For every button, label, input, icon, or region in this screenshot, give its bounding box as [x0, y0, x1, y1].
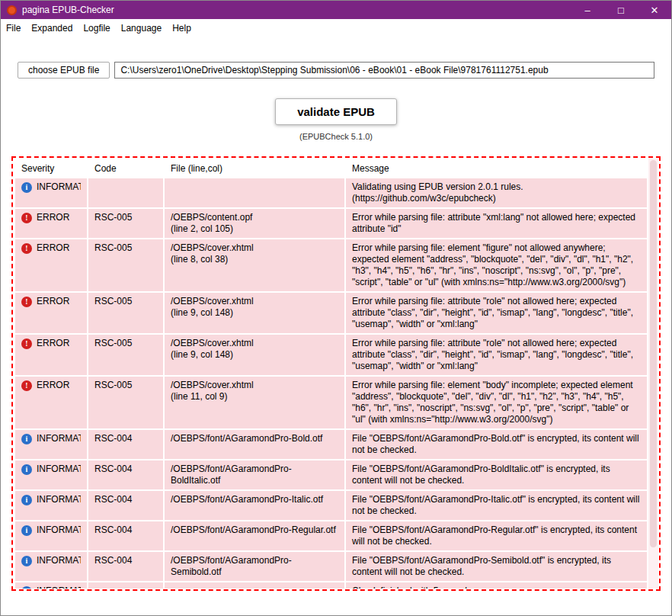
severity-label: ERROR [37, 212, 69, 223]
table-row[interactable]: !ERRORRSC-005/OEBPS/cover.xhtml (line 11… [14, 376, 648, 429]
window-title: pagina EPUB-Checker [22, 5, 114, 15]
message-cell: File "OEBPS/font/AGaramondPro-Semibold.o… [345, 551, 648, 582]
table-row[interactable]: iINFORMAT...RSC-004/OEBPS/font/AGaramond… [14, 429, 648, 460]
file-cell: /OEBPS/cover.xhtml (line 8, col 38) [164, 239, 345, 292]
column-header: Severity [14, 159, 88, 178]
table-row[interactable]: !ERRORRSC-005/OEBPS/cover.xhtml (line 8,… [14, 239, 648, 292]
epub-path-input[interactable] [114, 62, 654, 79]
info-icon: i [21, 586, 32, 589]
file-cell: /OEBPS/font/AGaramondPro-BoldItalic.otf [164, 460, 345, 490]
message-cell: Error while parsing file: attribute "rol… [345, 292, 648, 334]
results-panel: SeverityCodeFile (line,col)Message iINFO… [11, 156, 661, 591]
scrollbar-thumb[interactable] [650, 160, 657, 547]
titlebar: pagina EPUB-Checker – □ ✕ [1, 1, 671, 19]
severity-cell: iINFORMAT... [14, 429, 88, 460]
file-cell: /OEBPS/cover.xhtml (line 9, col 148) [164, 292, 345, 334]
message-cell: File "OEBPS/font/AGaramondPro-Regular.ot… [345, 521, 648, 551]
table-row[interactable]: !ERRORRSC-005/OEBPS/content.opf (line 2,… [14, 208, 648, 239]
info-icon: i [21, 182, 32, 193]
severity-cell: iINFORMAT... [14, 490, 88, 521]
code-cell: RSC-005 [88, 239, 164, 292]
severity-label: INFORMAT... [37, 586, 81, 589]
file-cell: /OEBPS/font/AGaramondPro-Bold.otf [164, 429, 345, 460]
window-controls: – □ ✕ [571, 1, 671, 19]
message-cell: Error while parsing file: attribute "xml… [345, 208, 648, 239]
table-row[interactable]: iINFORMAT...RSC-004/OEBPS/font/AGaramond… [14, 460, 648, 490]
severity-cell: iINFORMAT... [14, 521, 88, 551]
file-cell [164, 582, 345, 589]
severity-label: INFORMAT... [37, 555, 81, 566]
menubar: FileExpandedLogfileLanguageHelp [1, 19, 671, 37]
info-icon: i [21, 495, 32, 505]
menu-item-language[interactable]: Language [116, 20, 167, 37]
code-cell: RSC-005 [88, 208, 164, 239]
severity-cell: !ERROR [14, 239, 88, 292]
results-table: SeverityCodeFile (line,col)Message iINFO… [14, 159, 648, 589]
code-cell: RSC-004 [88, 521, 164, 551]
code-cell [88, 178, 164, 208]
error-icon: ! [21, 243, 32, 254]
validate-epub-button[interactable]: validate EPUB [275, 98, 397, 125]
severity-label: INFORMAT... [37, 181, 81, 193]
error-icon: ! [21, 380, 32, 391]
menu-item-logfile[interactable]: Logfile [78, 20, 115, 37]
severity-label: ERROR [37, 338, 69, 349]
table-row[interactable]: iINFORMAT...RSC-004/OEBPS/font/AGaramond… [14, 490, 648, 521]
file-chooser-row: choose EPUB file [18, 62, 654, 79]
file-cell: /OEBPS/cover.xhtml (line 11, col 9) [164, 376, 345, 429]
close-icon[interactable]: ✕ [638, 1, 671, 19]
menu-item-expanded[interactable]: Expanded [26, 20, 78, 37]
table-row[interactable]: iINFORMAT...RSC-004/OEBPS/font/AGaramond… [14, 551, 648, 582]
column-header: File (line,col) [164, 159, 345, 178]
error-icon: ! [21, 338, 32, 349]
error-icon: ! [21, 297, 32, 307]
app-window: pagina EPUB-Checker – □ ✕ FileExpandedLo… [0, 0, 672, 616]
message-cell: File "OEBPS/font/AGaramondPro-Bold.otf" … [345, 429, 648, 460]
severity-cell: !ERROR [14, 334, 88, 376]
epubcheck-version-label: (EPUBCheck 5.1.0) [1, 132, 671, 141]
code-cell: RSC-005 [88, 376, 164, 429]
column-header: Message [345, 159, 648, 178]
choose-epub-file-button[interactable]: choose EPUB file [18, 62, 110, 79]
severity-label: INFORMAT... [37, 525, 81, 536]
code-cell: RSC-004 [88, 429, 164, 460]
app-icon [7, 5, 17, 15]
info-icon: i [21, 434, 32, 444]
results-table-wrap: SeverityCodeFile (line,col)Message iINFO… [14, 159, 648, 589]
file-cell [164, 178, 345, 208]
severity-label: INFORMAT... [37, 494, 81, 505]
table-row[interactable]: iINFORMAT...RSC-004/OEBPS/font/AGaramond… [14, 521, 648, 551]
code-cell: RSC-004 [88, 551, 164, 582]
severity-cell: iINFORMAT... [14, 582, 88, 589]
file-cell: /OEBPS/font/AGaramondPro-Semibold.otf [164, 551, 345, 582]
code-cell: RSC-004 [88, 490, 164, 521]
table-row[interactable]: iINFORMAT...Validating using EPUB versio… [14, 178, 648, 208]
menu-item-help[interactable]: Help [167, 20, 197, 37]
menu-item-file[interactable]: File [1, 20, 26, 37]
file-cell: /OEBPS/cover.xhtml (line 9, col 148) [164, 334, 345, 376]
message-cell: Error while parsing file: element "body"… [345, 376, 648, 429]
table-row[interactable]: !ERRORRSC-005/OEBPS/cover.xhtml (line 9,… [14, 292, 648, 334]
message-cell: Error while parsing file: attribute "rol… [345, 334, 648, 376]
minimize-icon[interactable]: – [571, 1, 604, 19]
info-icon: i [21, 464, 32, 475]
severity-cell: !ERROR [14, 208, 88, 239]
code-cell: RSC-005 [88, 292, 164, 334]
table-row[interactable]: !ERRORRSC-005/OEBPS/cover.xhtml (line 9,… [14, 334, 648, 376]
error-icon: ! [21, 213, 32, 223]
table-row[interactable]: iINFORMAT...Check finished with 5 errors… [14, 582, 648, 589]
results-header-row: SeverityCodeFile (line,col)Message [14, 159, 648, 178]
message-cell: Validating using EPUB version 2.0.1 rule… [345, 178, 648, 208]
code-cell [88, 582, 164, 589]
message-cell: File "OEBPS/font/AGaramondPro-Italic.otf… [345, 490, 648, 521]
message-cell: Error while parsing file: element "figur… [345, 239, 648, 292]
severity-label: ERROR [37, 242, 69, 254]
severity-cell: iINFORMAT... [14, 178, 88, 208]
file-cell: /OEBPS/font/AGaramondPro-Italic.otf [164, 490, 345, 521]
severity-label: ERROR [37, 296, 69, 307]
severity-cell: iINFORMAT... [14, 460, 88, 490]
vertical-scrollbar[interactable] [648, 159, 658, 589]
code-cell: RSC-004 [88, 460, 164, 490]
file-cell: /OEBPS/font/AGaramondPro-Regular.otf [164, 521, 345, 551]
maximize-icon[interactable]: □ [604, 1, 638, 19]
